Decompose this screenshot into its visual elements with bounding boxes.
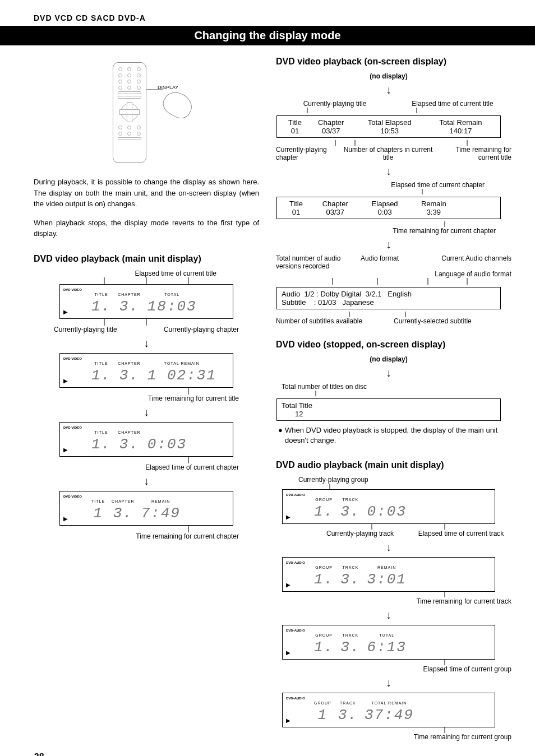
lcd-audio-2: DVD-AUDIO ▶ GROUP TRACK REMAIN 1. 3. 3:0… [282,557,495,592]
osd-display-3: Audio 1/2 : Dolby Digital 3/2.1 English … [276,287,501,309]
osd-val-remain: 140:17 [426,127,496,135]
annot-elapsed-track: Elapsed time of current track [411,530,511,537]
osd-hdr-chapter: Chapter [311,200,360,208]
lcd-hdr-chapter: CHAPTER [118,430,140,434]
osd-hdr-title: Title [282,118,308,127]
lcd-hdr-group: GROUP [315,565,333,569]
annot-remaining-chapter: Time remaining for current chapter [276,227,501,235]
lcd-track-value: 3. [340,639,360,656]
lcd-hdr-total-remain: TOTAL REMAIN [164,361,200,365]
annot-playing-title: Currently-playing title [54,326,117,333]
lcd-group-value: 1 [318,707,328,723]
right-heading-2: DVD video (stopped, on-screen display) [276,340,501,350]
no-display-label: (no display) [276,355,501,363]
osd-val-elapsed: 10:53 [354,127,426,135]
annot-elapsed-group: Elapsed time of current group [276,665,511,673]
lcd-chapter-value: 3. [113,505,133,522]
intro-paragraph-1: During playback, it is possible to chang… [34,177,259,210]
annot-remaining-title: Time remaining for current title [54,395,239,402]
osd-val-elapsed: 0:03 [360,208,410,216]
media-label: DVD-AUDIO [286,561,305,565]
media-label: DVD VIDEO [63,495,82,499]
osd-val-chapter: 03/37 [308,127,354,135]
osd-subtitle-line: Subtitle : 01/03 Japanese [282,298,496,307]
lcd-hdr-title: TITLE [95,293,108,296]
annot-elapsed-title: Elapsed time of current title [394,100,511,108]
osd-hdr-elapsed: Total Elapsed [354,118,426,127]
lcd-hdr-total: TOTAL [164,293,179,296]
osd-hdr-chapter: Chapter [308,118,354,127]
lcd-track-value: 3. [340,571,360,588]
lcd-audio-3: DVD-AUDIO ▶ GROUP TRACK TOTAL 1. 3. 6:13 [282,625,495,660]
lcd-time-value: 1 02:31 [147,367,216,384]
down-arrow-icon: ↓ [276,238,501,251]
osd-val-title: 01 [282,127,308,135]
lcd-time-value: 3:01 [367,571,406,588]
play-icon: ▶ [286,514,290,520]
annot-elapsed-chapter: Elapsed time of current chapter [54,463,239,471]
down-arrow-icon: ↓ [276,367,501,379]
lcd-hdr-track: TRACK [342,498,358,502]
remote-figure: DISPLAY [34,62,259,165]
annot-playing-chapter: Currently-playing chapter [164,326,239,333]
lcd-audio-4: DVD-AUDIO ▶ GROUP TRACK TOTAL REMAIN 1 3… [282,693,495,727]
play-icon: ▶ [63,516,68,522]
annot-elapsed-title: Elapsed time of current title [54,270,239,277]
lcd-group-value: 1. [314,571,334,588]
lcd-group-value: 1. [314,639,334,656]
lcd-hdr-chapter: CHAPTER [118,361,140,365]
down-arrow-icon: ↓ [276,165,501,178]
lcd-display-1: DVD VIDEO ▶ TITLE CHAPTER TOTAL 1. 3. 18… [59,284,233,319]
annot-remaining-title: Time remaining for current title [439,146,511,161]
annot-playing-track: Currently-playing track [310,530,411,537]
lcd-title-value: 1. [91,367,111,384]
lcd-time-value: 7:49 [141,505,181,522]
annot-remaining-track: Time remaining for current track [276,597,511,605]
osd-hdr-elapsed: Elapsed [360,200,410,208]
lcd-group-value: 1. [314,503,334,520]
osd-display-4: Total Title 12 [276,398,501,421]
annot-remaining-chapter: Time remaining for current chapter [54,532,239,540]
down-arrow-icon: ↓ [34,337,259,350]
lcd-display-4: DVD VIDEO ▶ TITLE CHAPTER REMAIN 1 3. 7:… [59,491,233,526]
right-column: DVD video playback (on-screen display) (… [276,57,501,741]
down-arrow-icon: ↓ [276,676,501,689]
lcd-chapter-value: 3. [119,298,139,315]
remote-icon [113,62,146,163]
osd-audio-line: Audio 1/2 : Dolby Digital 3/2.1 English [282,290,496,298]
media-label: DVD-AUDIO [286,493,305,497]
lcd-hdr-chapter: CHAPTER [118,293,140,296]
osd-display-1: Title Chapter Total Elapsed Total Remain… [276,115,501,138]
annot-audio-channels: Current Audio channels [405,254,511,270]
annot-playing-title: Currently-playing title [276,100,394,108]
play-icon: ▶ [286,717,290,723]
down-arrow-icon: ↓ [34,475,259,488]
lcd-time-value: 6:13 [367,639,406,656]
down-arrow-icon: ↓ [276,541,501,554]
lcd-hdr-track: TRACK [340,701,356,705]
annot-num-subtitles: Number of subtitles available [276,317,394,325]
play-icon: ▶ [63,378,68,384]
lcd-hdr-track: TRACK [342,633,358,637]
bullet-icon: ● [276,425,285,446]
media-label: DVD VIDEO [63,357,82,361]
annot-remaining-group: Time remaining for current group [276,733,511,741]
lcd-hdr-group: GROUP [315,633,333,637]
lcd-hdr-total-remain: TOTAL REMAIN [371,701,407,705]
lcd-hdr-total: TOTAL [379,633,394,637]
lcd-title-value: 1. [91,436,111,453]
right-heading-3: DVD audio playback (main unit display) [276,460,501,470]
play-icon: ▶ [286,650,290,656]
format-list: DVD VCD CD SACD DVD-A [34,13,501,22]
lcd-hdr-chapter: CHAPTER [112,499,134,503]
osd-val-remain: 3:39 [410,208,458,216]
remote-button-label: DISPLAY [158,85,178,90]
lcd-track-value: 3. [340,503,360,520]
osd-display-2: Title Chapter Elapsed Remain 01 03/37 0:… [276,197,501,219]
left-column: DISPLAY During playback, it is possible … [34,57,259,741]
lcd-title-value: 1. [91,298,111,315]
annot-num-chapters: Number of chapters in current title [338,146,439,161]
lcd-hdr-group: GROUP [314,701,331,705]
lcd-hdr-remain: REMAIN [151,499,170,503]
page-title: Changing the display mode [0,26,535,45]
